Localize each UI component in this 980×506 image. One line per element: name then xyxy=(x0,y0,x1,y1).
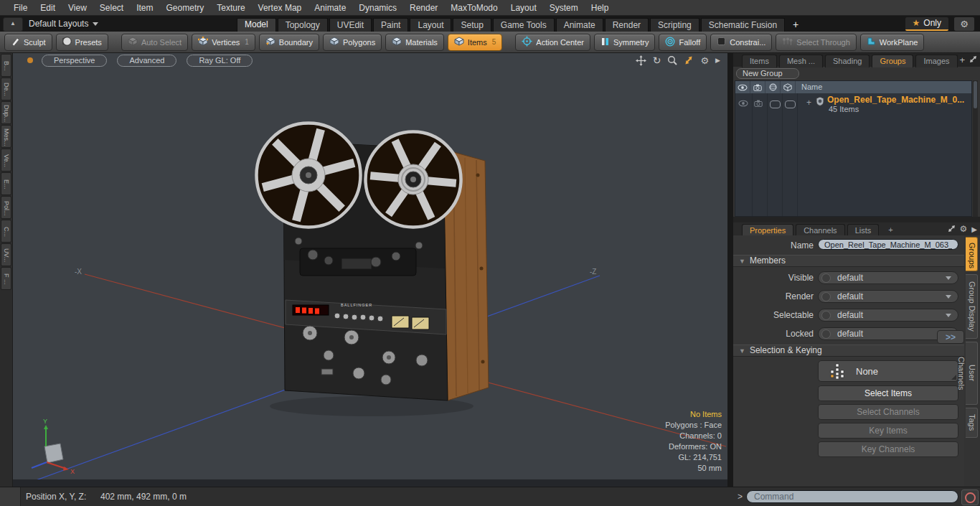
items-mode-button[interactable]: Items5 xyxy=(448,34,502,51)
menu-vertex-map[interactable]: Vertex Map xyxy=(252,0,308,16)
sphere-column-icon[interactable] xyxy=(765,81,781,93)
properties-more-icon[interactable]: ▶ xyxy=(971,225,977,233)
layout-tab-setup[interactable]: Setup xyxy=(453,18,491,32)
menu-dynamics[interactable]: Dynamics xyxy=(352,0,403,16)
add-properties-tab[interactable]: + xyxy=(881,224,900,236)
macro-record-button[interactable] xyxy=(961,489,979,505)
menu-edit[interactable]: Edit xyxy=(34,0,62,16)
groups-list[interactable]: Name + Open_Reel_Tape_Machine_M_0... 45 … xyxy=(735,80,972,217)
layout-tab-scripting[interactable]: Scripting xyxy=(650,18,699,32)
menu-maxtomodo[interactable]: MaxToModo xyxy=(444,0,504,16)
pan-icon[interactable] xyxy=(636,55,646,66)
tab-items[interactable]: Items xyxy=(742,55,777,67)
viewport-gear-icon[interactable]: ⚙ xyxy=(700,55,709,66)
toolbox-tab-basic[interactable]: B... xyxy=(1,54,11,77)
menu-texture[interactable]: Texture xyxy=(210,0,251,16)
boundary-mode-button[interactable]: Boundary xyxy=(259,34,319,51)
toolbox-tab-polygon[interactable]: Pol... xyxy=(1,196,11,219)
zoom-icon[interactable] xyxy=(667,55,677,65)
side-tab-groups[interactable]: Groups xyxy=(966,237,978,271)
layout-tab-paint[interactable]: Paint xyxy=(373,18,408,32)
key-items-button[interactable]: Key Items xyxy=(818,423,958,439)
toolbox-tab-duplicate[interactable]: Dup... xyxy=(1,101,11,124)
selectable-dropdown[interactable]: default xyxy=(818,309,958,322)
falloff-button[interactable]: Falloff xyxy=(659,34,707,51)
select-channels-button[interactable]: Select Channels xyxy=(818,404,958,420)
tab-shading[interactable]: Shading xyxy=(825,55,870,67)
expand-panel-icon[interactable] xyxy=(969,55,977,65)
cube-column-icon[interactable] xyxy=(781,81,796,93)
menu-layout[interactable]: Layout xyxy=(504,0,543,16)
menu-render[interactable]: Render xyxy=(403,0,444,16)
row-eye-icon[interactable] xyxy=(738,99,748,109)
layout-tab-uvedit[interactable]: UVEdit xyxy=(329,18,372,32)
group-name-input[interactable] xyxy=(818,239,958,250)
menu-select[interactable]: Select xyxy=(93,0,130,16)
layouts-dropdown[interactable]: Default Layouts xyxy=(29,16,98,32)
tab-images[interactable]: Images xyxy=(915,55,957,67)
new-group-button[interactable]: New Group xyxy=(736,68,799,79)
visibility-column-eye-icon[interactable] xyxy=(735,81,750,93)
menu-animate[interactable]: Animate xyxy=(308,0,352,16)
layout-tab-topology[interactable]: Topology xyxy=(278,18,328,32)
scrollbar-thumb[interactable] xyxy=(974,81,977,108)
command-input[interactable] xyxy=(746,490,958,503)
menu-item[interactable]: Item xyxy=(130,0,159,16)
3d-viewport[interactable]: -X -Z xyxy=(13,53,727,479)
rotate-icon[interactable]: ↻ xyxy=(653,55,661,66)
tab-groups[interactable]: Groups xyxy=(872,55,913,67)
status-corner-box[interactable] xyxy=(0,487,21,506)
row-checkbox-1[interactable] xyxy=(770,100,781,108)
sculpt-button[interactable]: Sculpt xyxy=(4,34,52,51)
side-tab-tags[interactable]: Tags xyxy=(966,408,978,438)
row-camera-icon[interactable] xyxy=(754,99,763,109)
more-options-button[interactable]: >> xyxy=(937,330,964,344)
vertices-mode-button[interactable]: Vertices1 xyxy=(192,34,255,51)
toolbox-tab-vertex[interactable]: Ve... xyxy=(1,149,11,172)
toolbox-tab-falloff[interactable]: F ... xyxy=(1,267,11,290)
maximize-icon[interactable] xyxy=(684,55,694,65)
panel-splitter[interactable] xyxy=(733,217,980,222)
viewport-raygl-button[interactable]: Ray GL: Off xyxy=(187,55,253,67)
toolbox-tab-curves[interactable]: C... xyxy=(1,220,11,243)
only-toggle[interactable]: ★Only xyxy=(905,17,948,31)
menu-help[interactable]: Help xyxy=(585,0,616,16)
menu-file[interactable]: File xyxy=(7,0,34,16)
group-row[interactable]: + Open_Reel_Tape_Machine_M_0... 45 Items xyxy=(735,93,971,115)
expand-group-icon[interactable]: + xyxy=(806,98,811,108)
toolbox-tab-edge[interactable]: E... xyxy=(1,172,11,195)
side-tab-group-display[interactable]: Group Display xyxy=(966,274,978,339)
add-layout-tab-button[interactable]: + xyxy=(786,18,805,32)
toolbox-tab-mesh[interactable]: Mes... xyxy=(1,125,11,148)
polygons-mode-button[interactable]: Polygons xyxy=(323,34,382,51)
layout-tab-render[interactable]: Render xyxy=(605,18,649,32)
groups-scrollbar[interactable] xyxy=(973,80,978,217)
toolbox-tab-deform[interactable]: De... xyxy=(1,78,11,100)
render-dropdown[interactable]: default xyxy=(818,290,958,303)
viewport-shading-button[interactable]: Advanced xyxy=(117,55,176,67)
tab-mesh[interactable]: Mesh ... xyxy=(779,55,823,67)
viewport-more-icon[interactable]: ▶ xyxy=(715,57,720,64)
toolbox-tab-uv[interactable]: UV... xyxy=(1,243,11,266)
selection-keying-section-header[interactable]: ▼Selection & Keying xyxy=(733,345,964,357)
expand-properties-icon[interactable] xyxy=(948,225,956,234)
layout-tab-schematic-fusion[interactable]: Schematic Fusion xyxy=(701,18,785,32)
select-items-button[interactable]: Select Items xyxy=(818,385,958,401)
layout-gear-icon[interactable]: ⚙ xyxy=(954,17,974,31)
members-section-header[interactable]: ▼Members xyxy=(733,255,964,267)
collapse-ui-icon[interactable]: ▲ xyxy=(3,17,23,32)
auto-select-button[interactable]: Auto Select xyxy=(121,34,188,51)
presets-button[interactable]: Presets xyxy=(56,34,108,51)
viewport-projection-button[interactable]: Perspective xyxy=(42,55,107,67)
menu-view[interactable]: View xyxy=(62,0,93,16)
properties-gear-icon[interactable]: ⚙ xyxy=(960,224,968,234)
action-center-button[interactable]: Action Center xyxy=(515,34,590,51)
keying-mode-button[interactable]: None xyxy=(818,360,958,382)
layout-tab-layout[interactable]: Layout xyxy=(410,18,451,32)
menu-geometry[interactable]: Geometry xyxy=(160,0,211,16)
menu-system[interactable]: System xyxy=(543,0,585,16)
row-checkbox-2[interactable] xyxy=(785,100,796,108)
visible-dropdown[interactable]: default xyxy=(818,271,958,284)
add-tab-icon[interactable]: + xyxy=(960,55,966,65)
materials-mode-button[interactable]: Materials xyxy=(385,34,444,51)
